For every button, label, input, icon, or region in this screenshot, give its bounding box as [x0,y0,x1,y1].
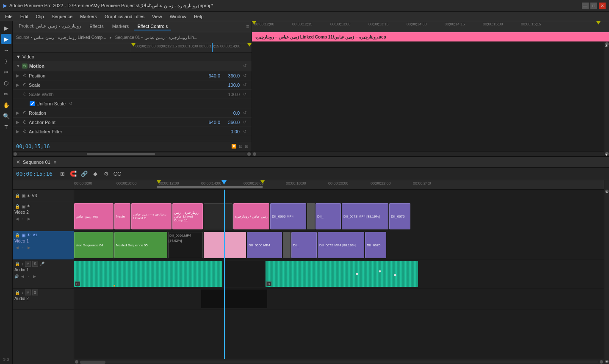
anchor-stopwatch[interactable]: ⏱ [23,120,27,124]
position-reset[interactable]: ↺ [241,72,248,79]
v1-lock-btn[interactable]: 🔒 [14,232,20,238]
position-y[interactable]: 360.0 [223,73,240,78]
menu-window[interactable]: Window [166,13,190,20]
antiflicker-value[interactable]: 0.00 [219,129,240,134]
menu-markers[interactable]: Markers [77,13,100,20]
uniform-scale-control[interactable]: Uniform Scale [30,101,66,106]
rotation-stopwatch[interactable]: ⏱ [23,110,27,115]
close-button[interactable]: ✕ [599,3,606,9]
v2-clip-3[interactable]: روبنارچیره – زمین عباس Linked C [131,203,172,229]
motion-reset[interactable]: ↺ [243,63,246,68]
tool-slip[interactable]: ⬡ [1,78,11,88]
v2-clip-2[interactable]: Neste [114,203,130,229]
anchor-y[interactable]: 360.0 [223,120,240,125]
v2-clip-black[interactable] [204,203,233,229]
a1-m-btn[interactable]: M [25,261,31,267]
tool-track-select[interactable]: ↔ [1,45,11,55]
v3-lock-btn[interactable]: 🔒 [14,193,20,199]
position-chevron[interactable]: ▶ [16,73,23,78]
ec-fit-icon[interactable]: ⊡ [239,144,242,149]
menu-graphics[interactable]: Graphics and Titles [101,13,148,20]
v2-lock-btn[interactable]: 🔒 [14,203,20,209]
tool-text[interactable]: T [1,122,11,132]
maximize-button[interactable]: □ [590,3,597,9]
seq-markers-btn[interactable]: ◆ [91,169,100,179]
scale-reset[interactable]: ↺ [241,82,248,88]
v1-clip-2[interactable]: Nested Sequence 05 [114,232,167,258]
v2-clip-8[interactable]: DII_067S.MP4 [88.19%] [342,203,388,229]
menu-view[interactable]: View [149,13,166,20]
v1-clip-5[interactable]: DII_067S.MP4 [88.19%] [318,232,364,258]
ec-scroll-right[interactable] [247,152,251,156]
motion-chevron[interactable]: ▼ [16,63,20,68]
tool-ripple[interactable]: ⟩ [1,56,11,66]
rotation-value[interactable]: 0.0 [219,110,240,116]
tool-pen[interactable]: ✏ [1,89,11,99]
scale-stopwatch[interactable]: ⏱ [23,83,27,87]
a2-lock-btn[interactable]: 🔒 [14,290,20,295]
sequence-close-btn[interactable]: ✕ [16,159,20,165]
ec-panel-menu-icon[interactable]: ≡ [246,24,249,30]
ec-scroll-left[interactable] [14,152,17,156]
rotation-chevron[interactable]: ▶ [16,110,23,115]
uniform-scale-checkbox[interactable] [30,101,35,106]
seq-add-track-btn[interactable]: ⊞ [58,169,67,179]
v1-eye-icon[interactable]: 👁 [27,233,30,237]
h-scroll-right[interactable] [600,360,603,364]
rotation-reset[interactable]: ↺ [241,110,248,116]
ec-vscroll-down[interactable]: ▾ [605,152,609,155]
antiflicker-reset[interactable]: ↺ [241,128,248,135]
position-stopwatch[interactable]: ⏱ [23,73,27,78]
tool-zoom[interactable]: 🔍 [1,111,11,121]
h-scroll-track[interactable] [80,361,598,363]
v1-right-btn[interactable]: ▶ [26,245,31,250]
ec-scroll-track[interactable] [19,153,246,155]
sequence-menu-btn[interactable]: ≡ [54,160,56,165]
a2-s-btn[interactable]: S [32,290,38,295]
antiflicker-stopwatch[interactable]: ⏱ [23,129,27,134]
tab-markers[interactable]: Markers [109,23,133,30]
tool-selection[interactable]: ▶ [1,23,11,33]
anchor-reset[interactable]: ↺ [241,119,248,126]
v1-clip-black[interactable]: DII_0666.MP4 [84.62%] [168,232,203,258]
a1-right-btn[interactable]: ▶ [32,274,37,279]
antiflicker-chevron[interactable]: ▶ [16,129,23,134]
v1-mid-btn[interactable]: ◦ [20,245,25,250]
tab-effect-controls[interactable]: Effect Controls [134,23,171,30]
v1-left-btn[interactable]: ◀ [14,245,19,250]
a1-left-btn[interactable]: ◀ [20,274,25,279]
a1-s-btn[interactable]: S [32,261,38,267]
position-x[interactable]: 640.0 [199,73,220,78]
v2-clip-4[interactable]: روبنارچیره – زمین عباس Linked Comp 11 [172,203,203,229]
minimize-button[interactable]: — [582,3,589,9]
a1-clip-main[interactable]: R [74,261,222,287]
menu-edit[interactable]: Edit [17,13,32,20]
v1-clip-4[interactable]: DII_ [291,232,317,258]
filter-icon[interactable]: 🔽 [231,144,236,149]
v3-eye-icon[interactable]: 👁 [27,194,30,198]
tab-project[interactable]: Project: روبنارچیره - زمین عباس [15,22,84,30]
a2-m-btn[interactable]: M [25,290,31,295]
seq-snap-btn[interactable]: 🧲 [69,169,78,179]
a1-clip-right[interactable]: R [266,261,418,287]
scale-chevron[interactable]: ▶ [16,83,23,87]
ec-hscroll-left[interactable] [253,152,256,156]
h-scroll-thumb[interactable] [80,361,105,364]
v-scroll-down[interactable]: ▾ [605,360,609,363]
v2-left-btn[interactable]: ◀ [14,216,19,221]
tab-effects[interactable]: Effects [86,23,107,30]
seq-linked-btn[interactable]: 🔗 [80,169,89,179]
v2-clip-1[interactable]: زمین عباس.aep [74,203,113,229]
v2-clip-9[interactable]: DII_0676 [389,203,410,229]
v-scroll-up[interactable]: ▴ [605,190,609,193]
a1-mid-btn[interactable]: ◦ [26,274,31,279]
v2-right-btn[interactable]: ▶ [26,216,31,221]
v2-eye-icon[interactable]: 👁 [27,204,30,208]
tool-razor[interactable]: ✂ [1,67,11,77]
menu-sequence[interactable]: Sequence [48,13,76,20]
seq-settings-btn[interactable]: ⚙ [102,169,111,179]
a1-lock-btn[interactable]: 🔒 [14,261,20,267]
ec-expand-icon[interactable]: ⊞ [245,144,248,149]
v2-clip-5[interactable]: زمین عباس / روبنارچیره [233,203,269,229]
v1-clip-1[interactable]: sted Sequence 04 [74,232,113,258]
